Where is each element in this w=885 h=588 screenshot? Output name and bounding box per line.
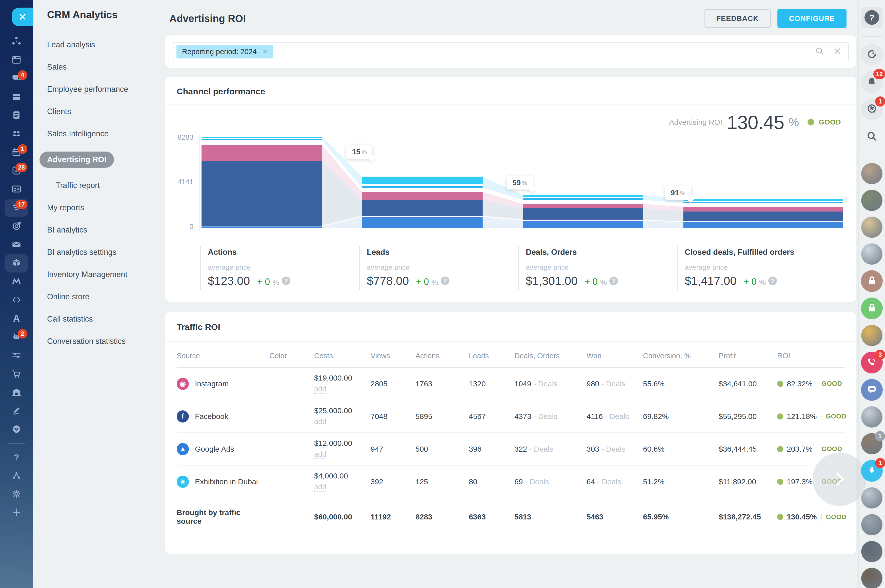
help-icon[interactable]: ?: [282, 276, 290, 285]
clear-filter-icon[interactable]: [833, 46, 842, 57]
source-name: Google Ads: [195, 445, 234, 453]
copilot-button[interactable]: [861, 44, 883, 66]
add-cost-link[interactable]: add: [314, 450, 326, 459]
close-sidebar-button[interactable]: ✕: [12, 8, 33, 26]
user-avatar-image: [861, 325, 882, 346]
rail-item-target[interactable]: [5, 217, 29, 236]
rail-item-chat[interactable]: 4: [5, 69, 29, 88]
conversion-value: 60.6%: [643, 445, 719, 453]
help-icon[interactable]: ?: [609, 276, 618, 285]
stage-average-price-label: average price: [685, 263, 836, 272]
sidebar-item-advertising-roi[interactable]: Advertising ROI: [39, 152, 114, 168]
rail-item-warehouse[interactable]: [5, 383, 29, 402]
messenger-button[interactable]: 1: [861, 98, 883, 120]
avatar[interactable]: [861, 541, 882, 562]
sidebar-item-traffic-report[interactable]: Traffic report: [56, 181, 100, 190]
leads-value: 4567: [469, 412, 514, 421]
views-value: 7048: [371, 412, 415, 421]
table-row-facebook[interactable]: f Facebook $25,000.00add 7048 5895 4567 …: [177, 400, 845, 433]
search-button[interactable]: [861, 126, 883, 147]
table-row-exhibition-in-dubai[interactable]: ★ Exhibition in Dubai $4,000.00add 392 1…: [177, 465, 845, 498]
rail-item-calendar[interactable]: 1: [5, 143, 29, 162]
table-next-page-button[interactable]: [813, 452, 866, 506]
rail-item-pen[interactable]: [5, 402, 29, 420]
sidebar-item-call-statistics[interactable]: Call statistics: [47, 315, 93, 324]
rail-item-tasks[interactable]: 28: [5, 162, 29, 180]
add-cost-link[interactable]: add: [314, 417, 326, 426]
table-row-instagram[interactable]: ◉ Instagram $19,000.00add 2805 1763 1320…: [177, 368, 845, 400]
rail-item-help[interactable]: ?: [5, 448, 29, 466]
avatar[interactable]: 1: [861, 433, 882, 454]
avatar[interactable]: [861, 243, 882, 265]
rail-item-users[interactable]: [5, 125, 29, 143]
sidebar-item-conversation-statistics[interactable]: Conversation statistics: [47, 337, 126, 346]
avatar[interactable]: [861, 487, 882, 508]
share-icon: [11, 470, 22, 482]
rail-item-plus[interactable]: [5, 504, 29, 522]
search-icon[interactable]: [815, 46, 824, 57]
add-cost-link[interactable]: add: [314, 483, 326, 492]
avatar[interactable]: [861, 190, 882, 211]
rail-item-panel[interactable]: [5, 51, 29, 69]
sidebar-item-clients[interactable]: Clients: [47, 107, 71, 116]
sidebar-item-employee-performance[interactable]: Employee performance: [47, 85, 128, 94]
avatar[interactable]: [861, 568, 882, 588]
column-header: Views: [371, 342, 415, 367]
sidebar-item-inventory-management[interactable]: Inventory Management: [47, 270, 127, 279]
table-row-google-ads[interactable]: ▲ Google Ads $12,000.00add 947 500 396 3…: [177, 433, 845, 465]
rail-item-hub[interactable]: [5, 32, 29, 51]
source-name: Instagram: [195, 380, 228, 388]
column-header: Profit: [719, 342, 777, 367]
rail-item-letter-a[interactable]: A: [5, 309, 29, 328]
avatar[interactable]: [861, 325, 882, 346]
rail-item-cube[interactable]: [5, 254, 29, 273]
avatar[interactable]: [861, 217, 882, 238]
rail-item-document[interactable]: [5, 106, 29, 125]
filter-input[interactable]: Reporting period: 2024 ✕: [173, 42, 849, 61]
rail-item-cart[interactable]: [5, 365, 29, 383]
chat-tile-team-chat[interactable]: [861, 379, 883, 401]
chat-tile-phone[interactable]: 3: [861, 352, 883, 374]
add-cost-link[interactable]: add: [314, 385, 326, 394]
bell-button[interactable]: 12: [861, 71, 883, 93]
rail-item-robot[interactable]: 2: [5, 328, 29, 346]
avatar[interactable]: [861, 514, 882, 536]
help-icon[interactable]: ?: [441, 276, 449, 285]
rail-item-gear[interactable]: [5, 485, 29, 504]
notification-badge: 12: [873, 69, 885, 79]
rail-item-server[interactable]: [5, 88, 29, 106]
chat-tile-lock[interactable]: [861, 270, 883, 292]
conversion-value: 69.82%: [643, 412, 719, 421]
help-icon[interactable]: ?: [768, 276, 777, 285]
chat-tile-lock[interactable]: [861, 297, 883, 319]
feedback-button[interactable]: FEEDBACK: [704, 9, 771, 28]
rail-item-clock[interactable]: [5, 420, 29, 439]
rail-item-mail[interactable]: [5, 236, 29, 254]
menu-sidebar: CRM Analytics Lead analysisSalesEmployee…: [33, 0, 163, 588]
remove-filter-icon[interactable]: ✕: [262, 48, 268, 56]
sidebar-item-sales[interactable]: Sales: [47, 63, 67, 72]
rail-item-contact-card[interactable]: [5, 180, 29, 199]
rail-item-share[interactable]: [5, 466, 29, 485]
rail-item-m-logo[interactable]: [5, 273, 29, 291]
avatar[interactable]: [861, 163, 882, 184]
sidebar-item-bi-analytics[interactable]: BI analytics: [47, 225, 87, 234]
chat-tile-rocket[interactable]: 1: [861, 460, 883, 482]
avatar[interactable]: [861, 406, 882, 428]
rail-item-sliders[interactable]: [5, 346, 29, 365]
filter-card: Reporting period: 2024 ✕: [165, 35, 856, 68]
user-avatar-image: [861, 541, 882, 562]
rail-item-code[interactable]: [5, 291, 29, 309]
sidebar-item-sales-intelligence[interactable]: Sales Intelligence: [47, 129, 108, 138]
rail-item-funnel[interactable]: 17: [5, 199, 29, 217]
filter-tag-reporting-period[interactable]: Reporting period: 2024 ✕: [176, 45, 273, 58]
sidebar-item-my-reports[interactable]: My reports: [47, 203, 84, 212]
help-button[interactable]: ?: [861, 7, 883, 28]
status-badge: GOOD: [826, 412, 846, 420]
sidebar-item-lead-analysis[interactable]: Lead analysis: [47, 40, 95, 50]
sidebar-item-bi-analytics-settings[interactable]: BI analytics settings: [47, 248, 116, 257]
profit-value: $36,444.45: [719, 445, 777, 453]
configure-button[interactable]: CONFIGURE: [777, 9, 846, 28]
roi-value: 121.18%: [787, 412, 817, 421]
sidebar-item-online-store[interactable]: Online store: [47, 292, 89, 302]
